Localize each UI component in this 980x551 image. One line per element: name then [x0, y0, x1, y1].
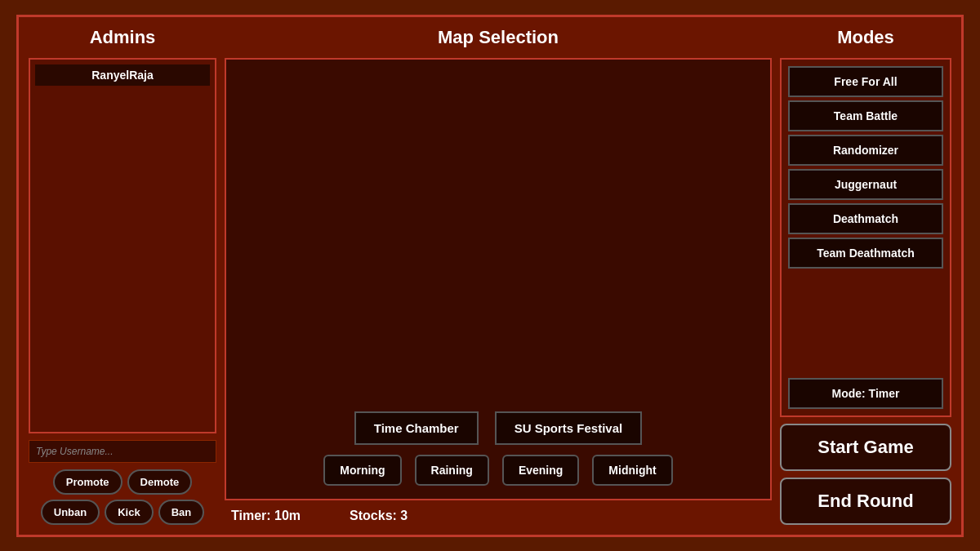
midnight-button[interactable]: Midnight: [592, 455, 672, 486]
main-panel: Admins RanyelRaja Promote Demote Unban K…: [16, 15, 964, 537]
kick-button[interactable]: Kick: [105, 500, 153, 525]
raining-button[interactable]: Raining: [415, 455, 489, 486]
demote-button[interactable]: Demote: [127, 469, 193, 495]
timer-label: Timer: 10m: [231, 509, 301, 523]
team-battle-button[interactable]: Team Battle: [788, 100, 943, 131]
randomizer-button[interactable]: Randomizer: [788, 135, 943, 166]
right-panel: Modes Free For All Team Battle Randomize…: [780, 27, 951, 525]
modes-box: Free For All Team Battle Randomizer Jugg…: [780, 58, 951, 417]
mode-timer-button[interactable]: Mode: Timer: [788, 378, 943, 409]
map-selection-title: Map Selection: [225, 27, 772, 51]
juggernaut-button[interactable]: Juggernaut: [788, 169, 943, 200]
stats-row: Timer: 10m Stocks: 3: [225, 507, 772, 525]
end-round-button[interactable]: End Round: [780, 478, 951, 525]
free-for-all-button[interactable]: Free For All: [788, 66, 943, 97]
promote-button[interactable]: Promote: [53, 469, 122, 495]
stocks-label: Stocks: 3: [350, 509, 408, 523]
admin-item: RanyelRaja: [35, 64, 210, 86]
time-chamber-button[interactable]: Time Chamber: [354, 411, 479, 445]
modes-title: Modes: [780, 27, 951, 51]
team-deathmatch-button[interactable]: Team Deathmatch: [788, 238, 943, 269]
admins-box: RanyelRaja: [29, 58, 216, 433]
left-panel: Admins RanyelRaja Promote Demote Unban K…: [29, 27, 216, 525]
username-input[interactable]: [29, 440, 216, 463]
morning-button[interactable]: Morning: [323, 455, 401, 486]
map-selection-box: Time Chamber SU Sports Festival Morning …: [225, 58, 772, 500]
evening-button[interactable]: Evening: [502, 455, 579, 486]
action-buttons: Promote Demote Unban Kick Ban: [29, 469, 216, 525]
deathmatch-button[interactable]: Deathmatch: [788, 203, 943, 234]
map-row: Time Chamber SU Sports Festival: [239, 411, 757, 445]
admins-title: Admins: [29, 27, 216, 51]
time-row: Morning Raining Evening Midnight: [239, 455, 757, 486]
ban-button[interactable]: Ban: [158, 500, 205, 525]
start-game-button[interactable]: Start Game: [780, 424, 951, 471]
unban-button[interactable]: Unban: [41, 500, 100, 525]
center-panel: Map Selection Time Chamber SU Sports Fes…: [225, 27, 772, 525]
su-sports-festival-button[interactable]: SU Sports Festival: [495, 411, 643, 445]
